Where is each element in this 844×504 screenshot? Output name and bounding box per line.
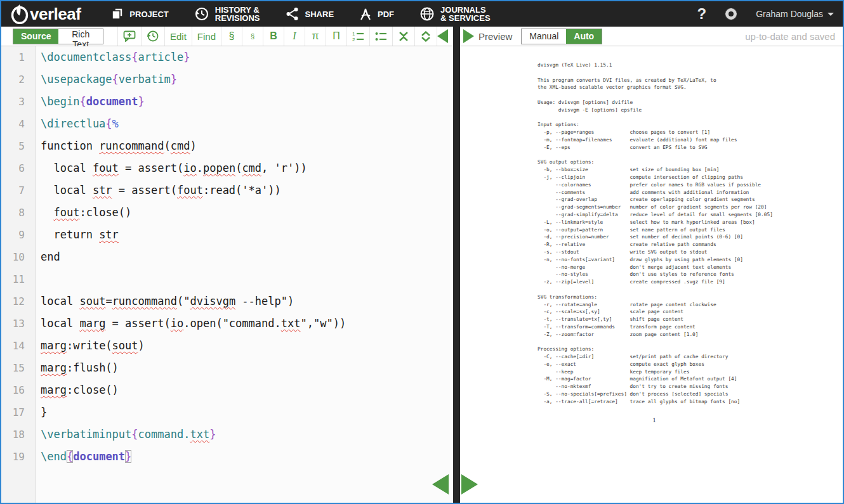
preview-label: Preview bbox=[478, 31, 512, 42]
code-line[interactable]: end bbox=[41, 246, 453, 268]
gutter[interactable]: 12345678910111213141516171819 bbox=[1, 46, 36, 503]
code-line[interactable]: } bbox=[41, 401, 453, 423]
user-menu[interactable]: Graham Douglas bbox=[756, 9, 834, 19]
line-number[interactable]: 8 bbox=[1, 202, 36, 224]
source-button[interactable]: Source bbox=[13, 29, 58, 44]
editor-toolbar: Source Rich Text bbox=[1, 27, 453, 46]
section-button[interactable]: § bbox=[221, 27, 242, 46]
project-pages-icon bbox=[111, 8, 124, 20]
line-number[interactable]: 9 bbox=[1, 224, 36, 246]
code-line[interactable]: \directlua{% bbox=[41, 113, 453, 135]
code-lines[interactable]: \documentclass{article}\usepackage{verba… bbox=[36, 46, 453, 503]
source-richtext-toggle: Source Rich Text bbox=[13, 29, 103, 44]
code-line[interactable]: local fout = assert(io.popen(cmd, 'r')) bbox=[41, 157, 453, 179]
line-number[interactable]: 14 bbox=[1, 335, 36, 357]
preview-toolbar: Preview Manual Auto up-to-date and saved bbox=[460, 27, 843, 46]
code-line[interactable]: \documentclass{article} bbox=[41, 46, 453, 68]
line-number[interactable]: 10 bbox=[1, 246, 36, 268]
line-number[interactable]: 4 bbox=[1, 113, 36, 135]
collapse-left-pane-arrow[interactable] bbox=[432, 474, 449, 494]
code-line[interactable]: function runcommand(cmd) bbox=[41, 135, 453, 157]
numbered-list-button[interactable]: 1 2 bbox=[347, 27, 370, 46]
comment-plus-icon bbox=[123, 30, 136, 42]
add-comment-button[interactable] bbox=[118, 27, 142, 46]
code-line[interactable]: local marg = assert(io.open("command.txt… bbox=[41, 313, 453, 335]
expand-right-pane-arrow[interactable] bbox=[461, 474, 478, 494]
line-number[interactable]: 18 bbox=[1, 423, 36, 446]
rich-text-button[interactable]: Rich Text bbox=[58, 29, 102, 44]
chevrons-collapse-icon bbox=[398, 31, 409, 42]
chevrons-expand-icon bbox=[420, 31, 432, 42]
code-line[interactable]: fout:close() bbox=[41, 202, 453, 224]
line-number[interactable]: 15 bbox=[1, 357, 36, 379]
line-number[interactable]: 16 bbox=[1, 379, 36, 401]
code-editor[interactable]: 12345678910111213141516171819 \documentc… bbox=[1, 46, 453, 503]
nav-item-journals-services[interactable]: JOURNALS& SERVICES bbox=[419, 6, 491, 22]
overleaf-logo[interactable]: verleaf bbox=[10, 4, 81, 24]
numbered-list-icon: 1 2 bbox=[352, 31, 364, 42]
bullet-list-button[interactable] bbox=[370, 27, 393, 46]
pdf-viewer[interactable]: dvisvgm (TeX Live) 1.15.1 This program c… bbox=[460, 46, 843, 503]
preview-pane: Preview Manual Auto up-to-date and saved… bbox=[460, 27, 843, 503]
bold-button[interactable]: B bbox=[263, 27, 284, 46]
code-line[interactable]: return str bbox=[41, 224, 453, 246]
code-line[interactable]: marg:flush() bbox=[41, 357, 453, 379]
editor-pane: Source Rich Text bbox=[1, 27, 453, 503]
settings-gear-icon[interactable] bbox=[723, 6, 739, 22]
bullet-list-icon bbox=[375, 31, 387, 42]
nav-item-history-revisions[interactable]: HISTORY &REVISIONS bbox=[194, 6, 260, 22]
expand-lines-button[interactable] bbox=[415, 27, 437, 46]
line-number[interactable]: 7 bbox=[1, 179, 36, 202]
navbar-right: ? Graham Douglas bbox=[697, 5, 834, 23]
overleaf-window: verleaf PROJECT HISTORY &REVISIONS bbox=[0, 0, 844, 504]
line-number[interactable]: 12 bbox=[1, 290, 36, 313]
line-number[interactable]: 1 bbox=[1, 46, 36, 68]
undo-history-button[interactable] bbox=[142, 27, 165, 46]
line-number[interactable]: 6 bbox=[1, 157, 36, 179]
line-number[interactable]: 11 bbox=[1, 268, 36, 290]
auto-button[interactable]: Auto bbox=[566, 29, 602, 44]
code-line[interactable]: \begin{document} bbox=[41, 91, 453, 113]
svg-text:1: 1 bbox=[352, 31, 355, 37]
pdf-acrobat-icon bbox=[359, 7, 372, 21]
subsection-button[interactable]: § bbox=[242, 27, 263, 46]
svg-text:2: 2 bbox=[352, 37, 355, 42]
line-number[interactable]: 3 bbox=[1, 91, 36, 113]
refresh-preview-arrow[interactable] bbox=[463, 29, 474, 43]
globe-icon bbox=[419, 6, 435, 22]
pdf-page-number: 1 bbox=[537, 417, 771, 423]
collapse-lines-button[interactable] bbox=[393, 27, 415, 46]
code-line[interactable]: marg:write(sout) bbox=[41, 335, 453, 357]
pdf-text: dvisvgm (TeX Live) 1.15.1 This program c… bbox=[537, 61, 843, 406]
line-number[interactable]: 2 bbox=[1, 68, 36, 91]
code-line[interactable]: \end{document} bbox=[41, 446, 453, 468]
collapse-editor-arrow[interactable] bbox=[437, 29, 448, 43]
code-line[interactable]: local sout=runcommand("dvisvgm --help") bbox=[41, 290, 453, 313]
code-line[interactable] bbox=[41, 268, 453, 290]
history-arrow-icon bbox=[147, 30, 159, 42]
line-number[interactable]: 13 bbox=[1, 313, 36, 335]
code-line[interactable]: local str = assert(fout:read('*a')) bbox=[41, 179, 453, 202]
top-navbar: verleaf PROJECT HISTORY &REVISIONS bbox=[1, 1, 843, 27]
line-number[interactable]: 19 bbox=[1, 446, 36, 468]
code-line[interactable]: marg:close() bbox=[41, 379, 453, 401]
save-status: up-to-date and saved bbox=[745, 31, 835, 42]
italic-button[interactable]: I bbox=[284, 27, 305, 46]
nav-item-project[interactable]: PROJECT bbox=[111, 8, 168, 20]
find-button[interactable]: Find bbox=[192, 27, 221, 46]
line-number[interactable]: 5 bbox=[1, 135, 36, 157]
inline-math-button[interactable]: π bbox=[305, 27, 326, 46]
nav-item-pdf[interactable]: PDF bbox=[359, 7, 394, 21]
line-number[interactable]: 17 bbox=[1, 401, 36, 423]
help-button[interactable]: ? bbox=[697, 5, 707, 23]
code-line[interactable]: \usepackage{verbatim} bbox=[41, 68, 453, 91]
pane-divider[interactable] bbox=[453, 27, 460, 503]
edit-button[interactable]: Edit bbox=[165, 27, 192, 46]
code-line[interactable]: \verbatiminput{command.txt} bbox=[41, 423, 453, 446]
chevron-down-icon bbox=[828, 13, 834, 16]
nav-item-share[interactable]: SHARE bbox=[286, 7, 334, 21]
history-clock-icon bbox=[194, 6, 209, 22]
display-math-button[interactable]: Π bbox=[326, 27, 347, 46]
manual-button[interactable]: Manual bbox=[522, 29, 566, 44]
manual-auto-toggle: Manual Auto bbox=[521, 29, 602, 44]
